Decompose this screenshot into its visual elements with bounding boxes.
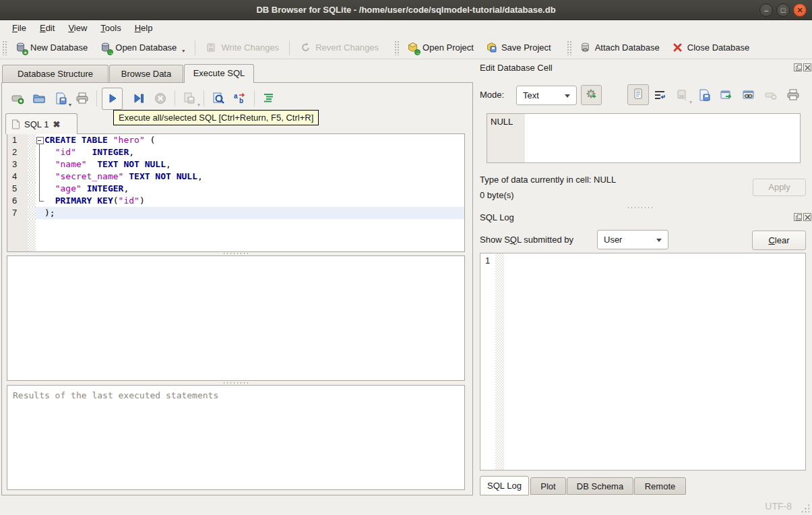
code-text: "age" INTEGER, xyxy=(44,183,129,195)
fold-marker-icon xyxy=(36,158,44,171)
find-icon[interactable] xyxy=(209,89,228,108)
minimize-button[interactable]: – xyxy=(759,3,773,17)
export-icon[interactable] xyxy=(695,86,713,104)
code-line[interactable]: 6 PRIMARY KEY("id") xyxy=(7,195,464,207)
splitter-handle[interactable] xyxy=(627,206,654,209)
close-icon[interactable]: ✖ xyxy=(53,119,60,129)
dock-close-icon[interactable] xyxy=(803,213,811,221)
revert-changes-button[interactable]: Revert Changes xyxy=(294,39,385,56)
line-number: 4 xyxy=(7,171,28,183)
tab-remote[interactable]: Remote xyxy=(634,477,686,495)
execute-all-icon[interactable] xyxy=(102,88,123,110)
maximize-button[interactable]: □ xyxy=(776,3,790,17)
close-database-button[interactable]: Close Database xyxy=(666,39,756,56)
toolbar-drag-handle[interactable] xyxy=(394,40,399,55)
menu-edit[interactable]: Edit xyxy=(33,20,61,36)
menu-bar: File Edit View Tools Help xyxy=(0,20,812,36)
close-button[interactable]: ✕ xyxy=(793,3,807,17)
toolbar-drag-handle[interactable] xyxy=(2,40,7,55)
editor-empty-area[interactable] xyxy=(7,219,464,251)
code-line[interactable]: 2 "id" INTEGER, xyxy=(7,146,464,158)
code-line[interactable]: 5 "age" INTEGER, xyxy=(7,183,464,195)
title-bar[interactable]: DB Browser for SQLite - /home/user/code/… xyxy=(0,0,812,20)
tab-db-schema[interactable]: DB Schema xyxy=(567,477,633,495)
print-icon[interactable] xyxy=(784,86,802,104)
open-database-icon: → xyxy=(100,42,111,53)
sql-code-editor[interactable]: 1CREATE TABLE "hero" (2 "id" INTEGER,3 "… xyxy=(7,133,465,252)
open-sql-file-icon[interactable] xyxy=(30,89,49,108)
save-results-icon[interactable]: ▾ xyxy=(180,89,199,108)
fold-marker-icon xyxy=(36,195,44,207)
auto-switch-mode-button[interactable] xyxy=(581,85,602,105)
menu-help[interactable]: Help xyxy=(128,20,160,36)
code-text: CREATE TABLE "hero" ( xyxy=(44,134,155,146)
splitter-handle[interactable] xyxy=(222,382,249,384)
fold-marker-icon xyxy=(36,171,44,183)
menu-file[interactable]: File xyxy=(5,20,33,36)
tab-browse-data[interactable]: Browse Data xyxy=(109,65,183,83)
link-icon[interactable] xyxy=(740,86,757,104)
code-text: ); xyxy=(44,207,55,219)
gear-icon xyxy=(586,88,598,102)
save-project-button[interactable]: Save Project xyxy=(480,39,557,56)
results-grid-pane xyxy=(7,255,465,381)
open-database-button[interactable]: → Open Database ▾ xyxy=(94,39,191,56)
line-number: 1 xyxy=(7,134,28,146)
mode-select[interactable]: Text xyxy=(516,86,577,105)
tab-execute-sql[interactable]: Execute SQL xyxy=(184,64,254,83)
print-icon[interactable] xyxy=(73,89,92,108)
line-number: 3 xyxy=(7,158,28,171)
menu-tools[interactable]: Tools xyxy=(94,20,127,36)
results-placeholder: Results of the last executed statements xyxy=(7,386,464,405)
set-null-icon[interactable] xyxy=(762,86,780,104)
code-text: "name" TEXT NOT NULL, xyxy=(44,158,171,171)
code-line[interactable]: 1CREATE TABLE "hero" ( xyxy=(7,134,464,146)
word-wrap-icon[interactable] xyxy=(651,86,668,104)
sql-log-view[interactable]: 1 xyxy=(480,253,806,471)
tab-database-structure[interactable]: Database Structure xyxy=(2,65,108,83)
apply-button[interactable]: Apply xyxy=(753,179,806,196)
main-toolbar: + New Database → Open Database ▾ Write C… xyxy=(0,36,812,59)
code-line[interactable]: 3 "name" TEXT NOT NULL, xyxy=(7,158,464,171)
cell-editor[interactable]: NULL xyxy=(487,113,801,163)
window-title: DB Browser for SQLite - /home/user/code/… xyxy=(256,5,555,15)
dock-close-icon[interactable] xyxy=(803,63,811,71)
code-text: "secret_name" TEXT NOT NULL, xyxy=(44,171,203,183)
tab-sql-log[interactable]: SQL Log xyxy=(480,476,529,495)
dock-float-icon[interactable] xyxy=(794,213,802,221)
stop-icon[interactable] xyxy=(151,89,170,108)
open-database-dropdown-icon[interactable]: ▾ xyxy=(182,48,185,54)
save-sql-file-icon[interactable]: ▾ xyxy=(51,89,70,108)
new-database-button[interactable]: + New Database xyxy=(9,39,94,56)
execute-line-icon[interactable] xyxy=(129,89,148,108)
clear-button[interactable]: Clear xyxy=(752,231,806,250)
code-line[interactable]: 7); xyxy=(7,207,464,219)
save-project-icon xyxy=(486,42,497,53)
cell-type-text: Type of data currently in cell: NULL xyxy=(480,175,616,185)
code-line[interactable]: 4 "secret_name" TEXT NOT NULL, xyxy=(7,171,464,183)
new-database-icon: + xyxy=(15,42,26,53)
line-number: 5 xyxy=(7,183,28,195)
write-changes-button[interactable]: Write Changes xyxy=(199,39,285,56)
open-project-button[interactable]: → Open Project xyxy=(401,39,480,56)
text-document-button[interactable] xyxy=(627,84,649,105)
fold-margin xyxy=(28,207,36,219)
format-icon[interactable] xyxy=(259,89,278,108)
tab-plot[interactable]: Plot xyxy=(530,477,566,495)
sql-editor-tab[interactable]: SQL 1 ✖ xyxy=(5,113,77,134)
dock-float-icon[interactable] xyxy=(794,63,802,71)
apply-changes-icon[interactable] xyxy=(718,86,735,104)
open-tab-icon[interactable] xyxy=(8,89,27,108)
attach-database-button[interactable]: Attach Database xyxy=(573,39,666,56)
menu-view[interactable]: View xyxy=(61,20,94,36)
resize-grip[interactable] xyxy=(801,504,809,512)
log-filter-select[interactable]: User xyxy=(597,230,668,249)
splitter-handle[interactable] xyxy=(222,252,249,255)
log-line-number: 1 xyxy=(480,253,495,470)
fold-marker-icon[interactable] xyxy=(36,134,44,146)
import-icon[interactable]: ▾ xyxy=(673,86,691,104)
fold-marker-icon xyxy=(36,146,44,158)
find-replace-icon[interactable]: ab xyxy=(230,89,249,108)
toolbar-drag-handle[interactable] xyxy=(567,40,571,55)
cell-value: NULL xyxy=(487,114,525,162)
